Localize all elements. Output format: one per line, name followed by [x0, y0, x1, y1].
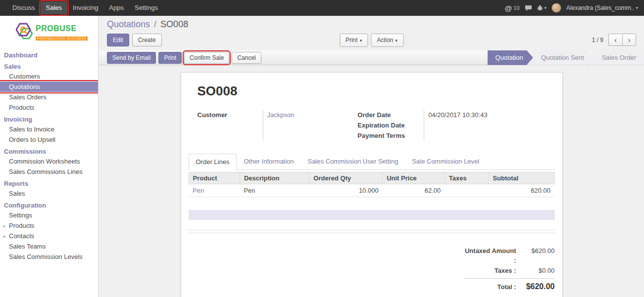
stage-sales-order[interactable]: Sales Order	[589, 50, 644, 65]
tab-order-lines[interactable]: Order Lines	[189, 154, 237, 170]
cancel-button[interactable]: Cancel	[232, 52, 261, 64]
expand-arrow-icon: ▸	[3, 233, 6, 240]
payment-terms-value	[428, 130, 545, 141]
logo-title: PROBUSE	[36, 24, 88, 33]
cell-unit-price: 62.00	[383, 184, 445, 197]
user-avatar[interactable]	[551, 3, 561, 13]
cell-ordered-qty: 10.000	[309, 184, 383, 197]
order-lines-table: Product Description Ordered Qty Unit Pri…	[189, 172, 555, 197]
breadcrumb-current: SO008	[160, 19, 188, 29]
cell-product[interactable]: Pen	[189, 184, 240, 197]
sidebar-item-label: Contacts	[9, 232, 34, 240]
tab-sales-commission-user-setting[interactable]: Sales Commission User Setting	[301, 154, 405, 170]
send-by-email-button[interactable]: Send by Email	[107, 52, 156, 64]
sidebar-item-sales-orders[interactable]: Sales Orders	[0, 92, 98, 102]
sidebar-item-customers[interactable]: Customers	[0, 71, 98, 82]
stage-quotation[interactable]: Quotation	[488, 50, 533, 65]
menu-sales[interactable]: Sales	[41, 1, 68, 14]
debug-icon	[537, 5, 543, 11]
status-pipeline: Quotation Quotation Sent Sales Order	[488, 50, 644, 65]
table-header-row: Product Description Ordered Qty Unit Pri…	[189, 172, 554, 184]
form-sheet: SO008 Customer Jackpson Order Date Expir…	[181, 72, 563, 297]
cell-taxes	[445, 184, 489, 197]
column-description[interactable]: Description	[240, 172, 309, 184]
create-button[interactable]: Create	[132, 34, 162, 46]
breadcrumb-quotations[interactable]: Quotations	[107, 19, 150, 29]
debug-menu-button[interactable]: ▾	[537, 5, 547, 11]
sidebar-item-quotations[interactable]: Quotations	[0, 82, 98, 92]
statusbar: Send by Email Print Confirm Sale Cancel …	[99, 50, 644, 65]
edit-button[interactable]: Edit	[107, 34, 129, 46]
total-label: Total :	[463, 282, 520, 292]
sidebar-heading-invoicing[interactable]: Invoicing	[0, 113, 98, 124]
sidebar-item-sales-commission-levels[interactable]: Sales Commission Levels	[0, 252, 98, 262]
total-value: $620.00	[520, 282, 555, 292]
sidebar-item-settings[interactable]: Settings	[0, 210, 98, 220]
chevron-right-icon: ›	[628, 36, 631, 44]
sidebar-item-sales-teams[interactable]: Sales Teams	[0, 241, 98, 252]
record-title: SO008	[198, 84, 555, 99]
app-logo[interactable]: PROBUSE PROFESSIONAL BUSINESS	[0, 16, 98, 48]
sidebar-item-sales-commissions-lines[interactable]: Sales Commissions Lines	[0, 167, 98, 177]
menu-discuss[interactable]: Discuss	[7, 1, 41, 14]
menu-invoicing[interactable]: Invoicing	[67, 1, 103, 14]
mention-icon: @	[505, 4, 512, 12]
tab-other-information[interactable]: Other Information	[237, 154, 300, 170]
sidebar: PROBUSE PROFESSIONAL BUSINESS Dashboard …	[0, 16, 99, 297]
sidebar-item-config-products[interactable]: ▸Products	[0, 220, 98, 231]
sidebar-item-reports-sales[interactable]: Sales	[0, 188, 98, 199]
confirm-sale-button[interactable]: Confirm Sale	[184, 52, 229, 64]
column-product[interactable]: Product	[189, 172, 240, 184]
cell-description: Pen	[240, 184, 309, 197]
column-taxes[interactable]: Taxes	[445, 172, 489, 184]
menu-apps[interactable]: Apps	[103, 1, 129, 14]
column-unit-price[interactable]: Unit Price	[383, 172, 445, 184]
untaxed-amount-value: $620.00	[520, 246, 555, 256]
breadcrumb-separator: /	[152, 19, 158, 29]
tab-sale-commission-level[interactable]: Sale Commission Level	[405, 154, 486, 170]
print-dropdown-label: Print	[346, 37, 358, 43]
menu-settings[interactable]: Settings	[129, 1, 163, 14]
action-dropdown[interactable]: Action▾	[371, 34, 403, 47]
untaxed-amount-label: Untaxed Amount :	[463, 246, 520, 266]
stage-quotation-sent[interactable]: Quotation Sent	[528, 50, 594, 65]
section-separator	[189, 230, 555, 233]
customer-value[interactable]: Jackpson	[267, 110, 358, 120]
sidebar-item-contacts[interactable]: ▸Contacts	[0, 231, 98, 241]
table-row[interactable]: Pen Pen 10.000 62.00 620.00	[189, 184, 554, 197]
empty-order-line-row	[189, 210, 555, 220]
user-name: Alexandra (Sales_comm..	[566, 4, 634, 11]
sidebar-item-dashboard[interactable]: Dashboard	[0, 48, 98, 60]
sidebar-item-label: Products	[9, 222, 34, 229]
breadcrumb: Quotations / SO008	[107, 19, 636, 30]
print-button[interactable]: Print	[158, 52, 182, 64]
mentions-counter[interactable]: @ 10	[505, 4, 520, 12]
sidebar-item-products[interactable]: Products	[0, 102, 98, 113]
expiration-date-value	[428, 120, 545, 130]
control-panel: Quotations / SO008 Edit Create Print▾ Ac…	[99, 16, 644, 46]
top-navbar: Discuss Sales Invoicing Apps Settings @ …	[0, 0, 644, 16]
sidebar-heading-sales[interactable]: Sales	[0, 60, 98, 71]
sidebar-item-orders-to-upsell[interactable]: Orders to Upsell	[0, 134, 98, 145]
notebook-tabs: Order Lines Other Information Sales Comm…	[189, 154, 555, 170]
user-menu-button[interactable]: Alexandra (Sales_comm.. ▾	[566, 4, 638, 11]
print-dropdown[interactable]: Print▾	[340, 34, 368, 47]
sidebar-heading-configuration[interactable]: Configuration	[0, 199, 98, 210]
logo-text: PROBUSE PROFESSIONAL BUSINESS	[36, 24, 88, 42]
sidebar-item-commission-worksheets[interactable]: Commission Worksheets	[0, 156, 98, 167]
sidebar-heading-reports[interactable]: Reports	[0, 177, 98, 188]
pager-next-button[interactable]: ›	[622, 34, 636, 46]
action-dropdown-label: Action	[377, 37, 393, 43]
taxes-value: $0.00	[520, 266, 555, 276]
chevron-down-icon: ▾	[636, 5, 638, 10]
chevron-down-icon: ▾	[545, 5, 547, 10]
sidebar-heading-commissions[interactable]: Commissions	[0, 145, 98, 156]
sidebar-item-sales-to-invoice[interactable]: Sales to Invoice	[0, 124, 98, 134]
column-subtotal[interactable]: Subtotal	[489, 172, 554, 184]
messages-button[interactable]	[525, 5, 532, 11]
pager-previous-button[interactable]: ‹	[608, 34, 622, 46]
logo-subtitle: PROFESSIONAL BUSINESS	[36, 37, 88, 41]
column-ordered-qty[interactable]: Ordered Qty	[309, 172, 383, 184]
chevron-down-icon: ▾	[396, 38, 398, 43]
customer-label: Customer	[198, 110, 263, 120]
